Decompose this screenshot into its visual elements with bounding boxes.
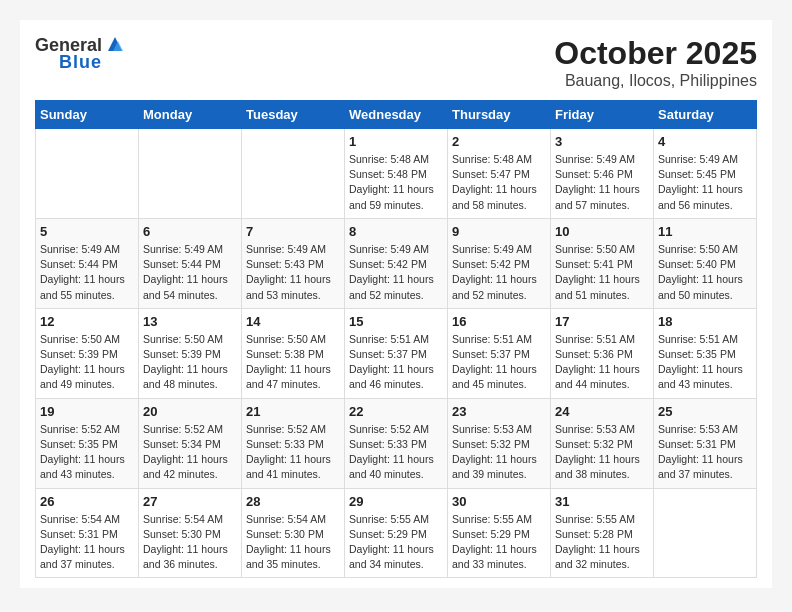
calendar-week-2: 5Sunrise: 5:49 AM Sunset: 5:44 PM Daylig…: [36, 218, 757, 308]
day-info: Sunrise: 5:50 AM Sunset: 5:39 PM Dayligh…: [143, 332, 237, 393]
calendar-cell: 20Sunrise: 5:52 AM Sunset: 5:34 PM Dayli…: [139, 398, 242, 488]
calendar-cell: 14Sunrise: 5:50 AM Sunset: 5:38 PM Dayli…: [242, 308, 345, 398]
calendar-cell: 19Sunrise: 5:52 AM Sunset: 5:35 PM Dayli…: [36, 398, 139, 488]
day-info: Sunrise: 5:53 AM Sunset: 5:32 PM Dayligh…: [555, 422, 649, 483]
calendar-cell: 6Sunrise: 5:49 AM Sunset: 5:44 PM Daylig…: [139, 218, 242, 308]
day-info: Sunrise: 5:50 AM Sunset: 5:39 PM Dayligh…: [40, 332, 134, 393]
calendar-container: General Blue October 2025 Bauang, Ilocos…: [20, 20, 772, 588]
calendar-cell: [36, 129, 139, 219]
day-info: Sunrise: 5:50 AM Sunset: 5:41 PM Dayligh…: [555, 242, 649, 303]
day-number: 17: [555, 314, 649, 329]
weekday-header-tuesday: Tuesday: [242, 101, 345, 129]
calendar-cell: 2Sunrise: 5:48 AM Sunset: 5:47 PM Daylig…: [448, 129, 551, 219]
day-info: Sunrise: 5:49 AM Sunset: 5:44 PM Dayligh…: [40, 242, 134, 303]
day-number: 18: [658, 314, 752, 329]
calendar-cell: 5Sunrise: 5:49 AM Sunset: 5:44 PM Daylig…: [36, 218, 139, 308]
calendar-cell: 22Sunrise: 5:52 AM Sunset: 5:33 PM Dayli…: [345, 398, 448, 488]
calendar-table: SundayMondayTuesdayWednesdayThursdayFrid…: [35, 100, 757, 578]
header: General Blue October 2025 Bauang, Ilocos…: [35, 35, 757, 90]
location-subtitle: Bauang, Ilocos, Philippines: [554, 72, 757, 90]
day-number: 4: [658, 134, 752, 149]
day-number: 13: [143, 314, 237, 329]
day-info: Sunrise: 5:48 AM Sunset: 5:48 PM Dayligh…: [349, 152, 443, 213]
day-info: Sunrise: 5:52 AM Sunset: 5:33 PM Dayligh…: [246, 422, 340, 483]
calendar-cell: 28Sunrise: 5:54 AM Sunset: 5:30 PM Dayli…: [242, 488, 345, 578]
weekday-header-wednesday: Wednesday: [345, 101, 448, 129]
calendar-cell: [242, 129, 345, 219]
calendar-cell: 11Sunrise: 5:50 AM Sunset: 5:40 PM Dayli…: [654, 218, 757, 308]
day-info: Sunrise: 5:52 AM Sunset: 5:34 PM Dayligh…: [143, 422, 237, 483]
day-number: 15: [349, 314, 443, 329]
calendar-cell: 7Sunrise: 5:49 AM Sunset: 5:43 PM Daylig…: [242, 218, 345, 308]
day-number: 3: [555, 134, 649, 149]
day-info: Sunrise: 5:50 AM Sunset: 5:40 PM Dayligh…: [658, 242, 752, 303]
day-info: Sunrise: 5:49 AM Sunset: 5:42 PM Dayligh…: [452, 242, 546, 303]
day-number: 9: [452, 224, 546, 239]
day-info: Sunrise: 5:54 AM Sunset: 5:31 PM Dayligh…: [40, 512, 134, 573]
day-number: 27: [143, 494, 237, 509]
calendar-cell: 23Sunrise: 5:53 AM Sunset: 5:32 PM Dayli…: [448, 398, 551, 488]
day-info: Sunrise: 5:49 AM Sunset: 5:42 PM Dayligh…: [349, 242, 443, 303]
day-number: 23: [452, 404, 546, 419]
day-info: Sunrise: 5:53 AM Sunset: 5:31 PM Dayligh…: [658, 422, 752, 483]
calendar-cell: 8Sunrise: 5:49 AM Sunset: 5:42 PM Daylig…: [345, 218, 448, 308]
calendar-cell: 25Sunrise: 5:53 AM Sunset: 5:31 PM Dayli…: [654, 398, 757, 488]
day-number: 29: [349, 494, 443, 509]
day-number: 10: [555, 224, 649, 239]
day-info: Sunrise: 5:51 AM Sunset: 5:35 PM Dayligh…: [658, 332, 752, 393]
day-number: 21: [246, 404, 340, 419]
calendar-cell: 13Sunrise: 5:50 AM Sunset: 5:39 PM Dayli…: [139, 308, 242, 398]
calendar-cell: 17Sunrise: 5:51 AM Sunset: 5:36 PM Dayli…: [551, 308, 654, 398]
calendar-cell: 12Sunrise: 5:50 AM Sunset: 5:39 PM Dayli…: [36, 308, 139, 398]
weekday-header-monday: Monday: [139, 101, 242, 129]
calendar-header: SundayMondayTuesdayWednesdayThursdayFrid…: [36, 101, 757, 129]
calendar-cell: 15Sunrise: 5:51 AM Sunset: 5:37 PM Dayli…: [345, 308, 448, 398]
calendar-cell: 16Sunrise: 5:51 AM Sunset: 5:37 PM Dayli…: [448, 308, 551, 398]
day-number: 11: [658, 224, 752, 239]
calendar-cell: 30Sunrise: 5:55 AM Sunset: 5:29 PM Dayli…: [448, 488, 551, 578]
calendar-cell: [139, 129, 242, 219]
day-info: Sunrise: 5:49 AM Sunset: 5:46 PM Dayligh…: [555, 152, 649, 213]
day-number: 25: [658, 404, 752, 419]
day-number: 12: [40, 314, 134, 329]
day-number: 20: [143, 404, 237, 419]
logo-blue-text: Blue: [59, 52, 102, 73]
calendar-week-4: 19Sunrise: 5:52 AM Sunset: 5:35 PM Dayli…: [36, 398, 757, 488]
day-info: Sunrise: 5:49 AM Sunset: 5:45 PM Dayligh…: [658, 152, 752, 213]
calendar-cell: 26Sunrise: 5:54 AM Sunset: 5:31 PM Dayli…: [36, 488, 139, 578]
day-number: 19: [40, 404, 134, 419]
day-number: 24: [555, 404, 649, 419]
day-info: Sunrise: 5:51 AM Sunset: 5:36 PM Dayligh…: [555, 332, 649, 393]
day-number: 22: [349, 404, 443, 419]
day-info: Sunrise: 5:51 AM Sunset: 5:37 PM Dayligh…: [349, 332, 443, 393]
day-info: Sunrise: 5:48 AM Sunset: 5:47 PM Dayligh…: [452, 152, 546, 213]
day-info: Sunrise: 5:54 AM Sunset: 5:30 PM Dayligh…: [246, 512, 340, 573]
day-number: 6: [143, 224, 237, 239]
calendar-cell: 24Sunrise: 5:53 AM Sunset: 5:32 PM Dayli…: [551, 398, 654, 488]
calendar-week-5: 26Sunrise: 5:54 AM Sunset: 5:31 PM Dayli…: [36, 488, 757, 578]
title-section: October 2025 Bauang, Ilocos, Philippines: [554, 35, 757, 90]
logo: General Blue: [35, 35, 126, 73]
weekday-header-row: SundayMondayTuesdayWednesdayThursdayFrid…: [36, 101, 757, 129]
day-number: 16: [452, 314, 546, 329]
day-info: Sunrise: 5:49 AM Sunset: 5:44 PM Dayligh…: [143, 242, 237, 303]
day-info: Sunrise: 5:55 AM Sunset: 5:29 PM Dayligh…: [452, 512, 546, 573]
month-title: October 2025: [554, 35, 757, 72]
day-info: Sunrise: 5:50 AM Sunset: 5:38 PM Dayligh…: [246, 332, 340, 393]
day-info: Sunrise: 5:53 AM Sunset: 5:32 PM Dayligh…: [452, 422, 546, 483]
calendar-cell: 1Sunrise: 5:48 AM Sunset: 5:48 PM Daylig…: [345, 129, 448, 219]
calendar-week-3: 12Sunrise: 5:50 AM Sunset: 5:39 PM Dayli…: [36, 308, 757, 398]
day-number: 30: [452, 494, 546, 509]
day-info: Sunrise: 5:49 AM Sunset: 5:43 PM Dayligh…: [246, 242, 340, 303]
day-info: Sunrise: 5:52 AM Sunset: 5:33 PM Dayligh…: [349, 422, 443, 483]
day-info: Sunrise: 5:55 AM Sunset: 5:29 PM Dayligh…: [349, 512, 443, 573]
day-number: 31: [555, 494, 649, 509]
weekday-header-sunday: Sunday: [36, 101, 139, 129]
calendar-cell: 27Sunrise: 5:54 AM Sunset: 5:30 PM Dayli…: [139, 488, 242, 578]
calendar-body: 1Sunrise: 5:48 AM Sunset: 5:48 PM Daylig…: [36, 129, 757, 578]
calendar-cell: 31Sunrise: 5:55 AM Sunset: 5:28 PM Dayli…: [551, 488, 654, 578]
weekday-header-saturday: Saturday: [654, 101, 757, 129]
day-number: 5: [40, 224, 134, 239]
calendar-cell: 29Sunrise: 5:55 AM Sunset: 5:29 PM Dayli…: [345, 488, 448, 578]
day-info: Sunrise: 5:52 AM Sunset: 5:35 PM Dayligh…: [40, 422, 134, 483]
